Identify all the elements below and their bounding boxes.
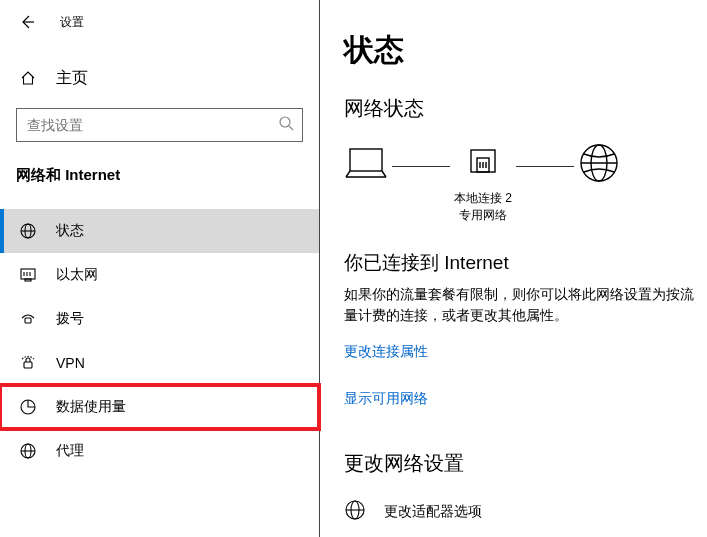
show-networks-link[interactable]: 显示可用网络 xyxy=(344,390,428,408)
nav-label: 数据使用量 xyxy=(56,398,126,416)
back-icon[interactable] xyxy=(18,13,36,31)
svg-line-2 xyxy=(289,126,293,130)
nav-data-usage[interactable]: 数据使用量 xyxy=(0,385,319,429)
adapter-options-label: 更改适配器选项 xyxy=(384,503,482,521)
svg-rect-7 xyxy=(25,279,31,281)
adapter-name: 本地连接 2 xyxy=(454,190,512,207)
svg-rect-11 xyxy=(25,318,31,323)
nav-ethernet[interactable]: 以太网 xyxy=(0,253,319,297)
sidebar: 设置 主页 网络和 Internet xyxy=(0,0,320,537)
nav-dialup[interactable]: 拨号 xyxy=(0,297,319,341)
proxy-icon xyxy=(18,442,38,460)
main-content: 状态 网络状态 xyxy=(320,0,707,537)
data-usage-icon xyxy=(18,398,38,416)
search-box[interactable] xyxy=(16,108,303,142)
svg-rect-6 xyxy=(21,269,35,279)
globe-icon xyxy=(578,142,620,188)
dialup-icon xyxy=(18,310,38,328)
network-diagram: 本地连接 2 专用网络 xyxy=(344,142,707,226)
change-net-settings-heading: 更改网络设置 xyxy=(344,450,707,477)
nav-status[interactable]: 状态 xyxy=(0,209,319,253)
window-header: 设置 xyxy=(0,2,319,42)
search-wrap xyxy=(0,98,319,150)
nav-list: 状态 以太网 拨号 xyxy=(0,209,319,473)
svg-point-1 xyxy=(280,117,290,127)
svg-rect-12 xyxy=(24,362,32,368)
nav-vpn[interactable]: VPN xyxy=(0,341,319,385)
category-title: 网络和 Internet xyxy=(0,150,319,193)
adapter-type: 专用网络 xyxy=(454,207,512,224)
internet-node xyxy=(578,142,620,226)
nav-label: VPN xyxy=(56,355,85,371)
nav-label: 状态 xyxy=(56,222,84,240)
connection-line xyxy=(516,166,574,167)
search-input[interactable] xyxy=(17,117,302,133)
search-icon xyxy=(278,115,294,135)
svg-rect-18 xyxy=(471,150,495,172)
adapter-options-row[interactable]: 更改适配器选项 xyxy=(344,499,707,525)
network-status-heading: 网络状态 xyxy=(344,95,707,122)
connected-heading: 你已连接到 Internet xyxy=(344,250,707,276)
nav-label: 代理 xyxy=(56,442,84,460)
connected-body: 如果你的流量套餐有限制，则你可以将此网络设置为按流量计费的连接，或者更改其他属性… xyxy=(344,284,707,326)
change-connection-props-link[interactable]: 更改连接属性 xyxy=(344,343,428,361)
svg-rect-17 xyxy=(350,149,382,171)
nav-home[interactable]: 主页 xyxy=(0,58,319,98)
adapter-icon xyxy=(467,144,499,184)
nav-proxy[interactable]: 代理 xyxy=(0,429,319,473)
nav-label: 以太网 xyxy=(56,266,98,284)
vpn-icon xyxy=(18,354,38,372)
home-icon xyxy=(18,70,38,86)
home-label: 主页 xyxy=(56,68,88,89)
laptop-icon xyxy=(344,145,388,185)
nav-label: 拨号 xyxy=(56,310,84,328)
device-node xyxy=(344,145,388,223)
page-title: 状态 xyxy=(344,30,707,71)
status-icon xyxy=(18,222,38,240)
adapter-node: 本地连接 2 专用网络 xyxy=(454,144,512,224)
globe-icon xyxy=(344,499,366,525)
settings-label: 设置 xyxy=(60,14,84,31)
ethernet-icon xyxy=(18,266,38,284)
connection-line xyxy=(392,166,450,167)
